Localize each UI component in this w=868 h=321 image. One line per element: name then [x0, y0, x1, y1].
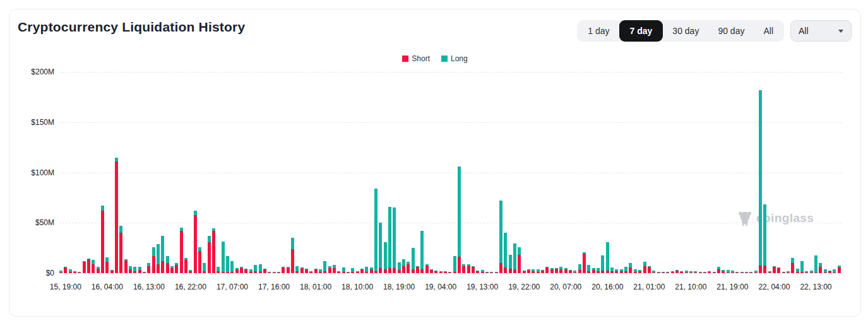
bar-short-segment [499, 263, 502, 273]
bar-short-segment [620, 271, 623, 273]
bar-short-segment [545, 267, 549, 273]
bar-short-segment [87, 259, 90, 273]
bar-long-segment [254, 265, 257, 271]
bar-short-segment [652, 272, 655, 273]
bar-long-segment [532, 269, 535, 271]
bar-long-segment [305, 269, 308, 269]
bar-long-segment [717, 267, 720, 269]
bar-long-segment [828, 271, 831, 271]
bar-long-segment [263, 269, 266, 270]
bar-long-segment [147, 263, 150, 266]
bar-long-segment [773, 266, 776, 267]
bar-long-segment [420, 231, 424, 269]
bar-short-segment [634, 272, 637, 273]
bar-short-segment [420, 269, 424, 273]
bar-short-segment [347, 272, 350, 273]
bar-long-segment [328, 266, 331, 268]
bar-long-segment [119, 226, 122, 233]
bar-long-segment [189, 270, 192, 271]
bar-short-segment [124, 260, 128, 273]
bar-short-segment [407, 264, 410, 273]
bar-long-segment [337, 271, 340, 272]
bar-short-segment [800, 272, 804, 273]
bar-short-segment [110, 271, 114, 273]
bar-long-segment [374, 189, 378, 271]
bar-long-segment [143, 272, 146, 272]
bar-short-segment [615, 271, 618, 273]
bar-short-segment [601, 271, 604, 273]
bar-short-segment [735, 272, 739, 273]
bar-short-segment [592, 270, 595, 273]
bar-short-segment [671, 272, 674, 273]
bar-short-segment [513, 269, 516, 273]
bar-short-segment [819, 267, 822, 273]
bar-long-segment [523, 271, 526, 271]
bar-long-segment [110, 270, 114, 271]
bar-long-segment [240, 267, 243, 268]
bar-short-segment [578, 270, 581, 273]
bar-long-segment [282, 267, 285, 267]
bar-long-segment [768, 271, 771, 272]
x-tick-label: 17, 07:00 [217, 283, 248, 291]
bar-short-segment [314, 269, 318, 273]
x-tick-label: 19, 04:00 [425, 283, 456, 291]
bar-short-segment [518, 255, 521, 273]
bar-long-segment [434, 271, 437, 271]
bar-short-segment [291, 249, 294, 273]
bar-long-segment [180, 228, 183, 231]
bar-short-segment [782, 272, 785, 273]
bar-long-segment [129, 266, 132, 269]
bar-short-segment [796, 272, 799, 273]
bar-long-segment [314, 269, 318, 269]
bar-long-segment [610, 267, 614, 271]
bar-short-segment [254, 271, 257, 273]
bar-long-segment [666, 272, 669, 272]
bar-long-segment [699, 272, 702, 272]
bar-long-segment [555, 268, 558, 269]
bar-long-segment [518, 247, 521, 255]
bar-short-segment [208, 242, 211, 273]
bar-long-segment [819, 263, 822, 267]
bar-short-segment [472, 267, 475, 273]
bar-long-segment [735, 272, 739, 272]
bar-short-segment [398, 270, 401, 273]
bar-long-segment [222, 242, 225, 272]
bar-long-segment [763, 204, 766, 266]
bar-long-segment [157, 244, 160, 264]
bar-long-segment [583, 252, 586, 254]
bar-long-segment [226, 256, 229, 272]
bar-long-segment [745, 272, 748, 272]
bar-short-segment [194, 215, 197, 274]
bar-short-segment [249, 272, 253, 273]
bar-short-segment [152, 256, 155, 273]
bar-long-segment [550, 268, 554, 269]
bar-short-segment [416, 267, 419, 273]
bar-short-segment [597, 271, 600, 273]
bar-long-segment [467, 264, 470, 266]
bar-long-segment [537, 269, 540, 272]
bar-short-segment [439, 272, 443, 273]
bar-long-segment [685, 271, 688, 273]
bar-short-segment [606, 271, 609, 273]
bar-long-segment [713, 272, 716, 272]
x-tick-label: 16, 13:00 [133, 283, 165, 291]
bar-long-segment [587, 265, 590, 271]
bar-long-segment [208, 236, 211, 242]
bar-short-segment [833, 272, 836, 273]
bar-long-segment [407, 262, 410, 264]
bar-short-segment [287, 268, 290, 273]
bars-plot-area[interactable] [59, 72, 842, 273]
bar-short-segment [384, 269, 387, 273]
bar-long-segment [83, 261, 86, 262]
bar-short-segment [550, 269, 554, 273]
bar-short-segment [458, 257, 461, 273]
bar-short-segment [230, 272, 234, 273]
bar-long-segment [592, 268, 595, 270]
x-tick-label: 22, 04:00 [758, 283, 790, 291]
bar-long-segment [203, 263, 206, 271]
bar-short-segment [467, 266, 470, 273]
bar-short-segment [685, 272, 688, 273]
bar-long-segment [740, 272, 744, 272]
bar-long-segment [671, 271, 674, 272]
bar-short-segment [374, 271, 378, 273]
